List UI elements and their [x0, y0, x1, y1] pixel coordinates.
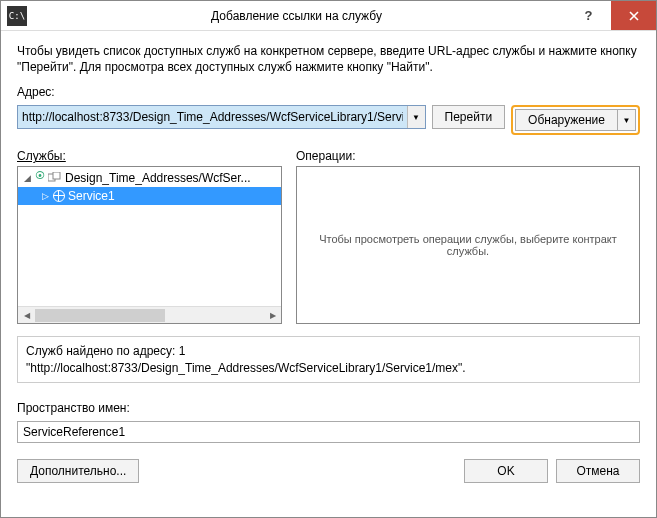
window-title: Добавление ссылки на службу — [27, 9, 566, 23]
discover-dropdown-button[interactable]: ▼ — [618, 109, 636, 131]
operations-label: Операции: — [296, 149, 640, 164]
tree-node-service[interactable]: ▷ Service1 — [18, 187, 281, 205]
service-group-icon — [48, 172, 62, 184]
cancel-button[interactable]: Отмена — [556, 459, 640, 483]
scroll-left-button[interactable]: ◀ — [18, 307, 35, 323]
status-line-2: "http://localhost:8733/Design_Time_Addre… — [26, 360, 631, 376]
horizontal-scrollbar[interactable]: ◀ ▶ — [18, 306, 281, 323]
services-tree[interactable]: ◢ Design_Time_Addresses/WcfSer... ▷ Serv… — [17, 166, 282, 324]
address-label: Адрес: — [17, 85, 640, 99]
scroll-track[interactable] — [35, 307, 264, 323]
help-button[interactable]: ? — [566, 1, 611, 30]
address-dropdown-button[interactable]: ▼ — [407, 106, 425, 128]
scroll-thumb[interactable] — [35, 309, 165, 322]
expander-icon[interactable]: ▷ — [40, 191, 50, 201]
tree-node-root[interactable]: ◢ Design_Time_Addresses/WcfSer... — [18, 169, 281, 187]
status-box: Служб найдено по адресу: 1 "http://local… — [17, 336, 640, 382]
app-icon: C:\ — [7, 6, 27, 26]
status-dot-icon — [35, 173, 45, 183]
discover-button[interactable]: Обнаружение — [515, 109, 618, 131]
chevron-down-icon: ▼ — [412, 113, 420, 122]
instruction-text: Чтобы увидеть список доступных служб на … — [17, 43, 640, 75]
dialog-window: C:\ Добавление ссылки на службу ? Чтобы … — [0, 0, 657, 518]
services-label: Службы: — [17, 149, 282, 164]
operations-placeholder: Чтобы просмотреть операции службы, выбер… — [307, 233, 629, 257]
namespace-input[interactable] — [17, 421, 640, 443]
advanced-button[interactable]: Дополнительно... — [17, 459, 139, 483]
go-button[interactable]: Перейти — [432, 105, 506, 129]
close-icon — [629, 11, 639, 21]
chevron-down-icon: ▼ — [623, 116, 631, 125]
globe-icon — [53, 190, 65, 202]
address-input[interactable] — [18, 106, 407, 128]
scroll-right-button[interactable]: ▶ — [264, 307, 281, 323]
tree-node-label: Service1 — [68, 189, 115, 203]
svg-rect-1 — [53, 172, 60, 179]
ok-button[interactable]: OK — [464, 459, 548, 483]
address-combobox[interactable]: ▼ — [17, 105, 426, 129]
operations-list: Чтобы просмотреть операции службы, выбер… — [296, 166, 640, 324]
status-line-1: Служб найдено по адресу: 1 — [26, 343, 631, 359]
namespace-label: Пространство имен: — [17, 401, 640, 415]
titlebar: C:\ Добавление ссылки на службу ? — [1, 1, 656, 31]
tree-node-label: Design_Time_Addresses/WcfSer... — [65, 171, 251, 185]
discover-button-highlight: Обнаружение ▼ — [511, 105, 640, 135]
expander-icon[interactable]: ◢ — [22, 173, 32, 183]
close-button[interactable] — [611, 1, 656, 30]
